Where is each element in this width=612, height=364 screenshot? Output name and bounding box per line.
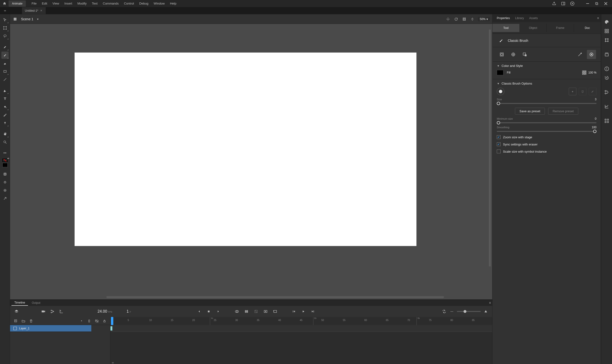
workspace-icon[interactable] (561, 1, 566, 6)
text-tool[interactable] (1, 95, 9, 102)
graph-icon[interactable] (603, 103, 610, 110)
delete-layer-icon[interactable] (29, 319, 33, 323)
panel-menu-icon[interactable]: ≡ (597, 16, 599, 20)
components-icon[interactable] (603, 117, 610, 124)
scale-symbol-checkbox[interactable]: Scale size with symbol instance (497, 150, 597, 153)
layer-row[interactable]: Layer_1 (10, 325, 91, 332)
visibility-icon[interactable] (95, 319, 99, 323)
layer-parenting-icon[interactable] (50, 309, 55, 314)
free-transform-tool[interactable] (1, 24, 9, 32)
history-icon[interactable] (603, 75, 610, 81)
menu-modify[interactable]: Modify (75, 0, 89, 7)
stop-icon[interactable] (206, 309, 211, 314)
home-icon[interactable] (1, 0, 8, 7)
smoothing-value[interactable]: 100 (592, 126, 597, 129)
pin-tool[interactable] (1, 119, 9, 127)
fit-zoom-icon[interactable] (470, 16, 475, 22)
assets-tab[interactable]: Assets (527, 15, 540, 21)
pen-tool[interactable] (1, 87, 9, 94)
new-layer-icon[interactable] (14, 319, 18, 323)
menu-window[interactable]: Window (151, 0, 167, 7)
marker-icon[interactable] (253, 309, 259, 314)
outline-layers-icon[interactable] (87, 319, 92, 323)
lasso-tool[interactable] (1, 32, 9, 40)
timeline-zoom-slider[interactable] (457, 311, 481, 312)
selection-tool[interactable] (1, 16, 9, 23)
frames-scrollbar[interactable] (110, 362, 492, 364)
object-drawing-toggle[interactable] (1, 170, 9, 178)
canvas-horizontal-scrollbar[interactable] (106, 296, 444, 298)
rectangle-tool[interactable] (1, 68, 9, 75)
section-header-brush[interactable]: ▾ Classic Brush Options (497, 82, 597, 85)
scene-dropdown-icon[interactable]: ▾ (37, 17, 39, 21)
pressure-toggle[interactable] (1, 187, 9, 194)
size-value[interactable]: 3 (595, 98, 597, 101)
edit-multiple-frames-icon[interactable] (244, 309, 249, 314)
close-button[interactable] (603, 1, 609, 6)
opacity-checker-icon[interactable] (582, 70, 586, 75)
smoothing-slider[interactable] (497, 131, 597, 132)
paint-bucket-tool[interactable] (1, 103, 9, 110)
delete-preset-icon[interactable] (579, 88, 586, 95)
current-frame-value[interactable]: 1 (127, 309, 129, 314)
eraser-tool[interactable] (1, 60, 9, 67)
min-size-slider[interactable] (497, 122, 597, 123)
frames-row[interactable] (110, 325, 492, 332)
classic-brush-tool[interactable] (1, 52, 9, 59)
transform-dock-icon[interactable] (603, 51, 610, 58)
subtab-frame[interactable]: Frame (547, 24, 574, 32)
section-header-color[interactable]: ▾ Color and Style (497, 64, 597, 68)
fill-color-swatch[interactable] (2, 163, 8, 167)
zoom-level-dropdown[interactable]: 50% ▾ (478, 17, 490, 21)
play-publish-icon[interactable] (570, 1, 575, 6)
brush-shape-preview[interactable] (497, 88, 504, 95)
menu-debug[interactable]: Debug (137, 0, 151, 7)
share-icon[interactable] (552, 1, 557, 6)
layer-stack-icon[interactable] (14, 309, 19, 314)
menu-view[interactable]: View (50, 0, 61, 7)
sync-eraser-checkbox[interactable]: Sync settings with eraser (497, 142, 597, 146)
menu-edit[interactable]: Edit (40, 0, 50, 7)
zoom-tool[interactable] (1, 139, 9, 146)
menu-help[interactable]: Help (168, 0, 179, 7)
new-folder-icon[interactable] (21, 319, 26, 323)
object-drawing-icon[interactable] (497, 50, 506, 59)
toolbar-collapse-icon[interactable] (0, 10, 10, 12)
color-palette-icon[interactable] (603, 19, 610, 25)
canvas-area[interactable] (10, 24, 492, 299)
lock-icon[interactable] (102, 319, 107, 323)
subtab-tool[interactable]: Tool (492, 24, 520, 32)
pressure-icon[interactable] (575, 50, 585, 59)
playhead[interactable] (111, 317, 113, 325)
eyedropper-tool[interactable] (1, 111, 9, 118)
menu-control[interactable]: Control (122, 0, 136, 7)
stage[interactable] (75, 52, 416, 246)
fluid-brush-tool[interactable] (1, 43, 9, 51)
brush-mode-toggle[interactable] (1, 179, 9, 186)
actions-icon[interactable] (603, 89, 610, 96)
line-tool[interactable] (1, 76, 9, 83)
app-name-button[interactable]: Animate (9, 0, 26, 7)
size-slider[interactable] (497, 103, 597, 104)
document-tab[interactable]: Untitled-1* ✕ (22, 7, 46, 14)
subtab-object[interactable]: Object (520, 24, 547, 32)
keyframe[interactable] (110, 326, 112, 331)
hand-tool[interactable] (1, 130, 9, 138)
zoom-with-stage-checkbox[interactable]: Zoom size with stage (497, 135, 597, 139)
tilt-icon[interactable] (587, 50, 596, 59)
fill-opacity-value[interactable]: 100 % (588, 71, 597, 74)
save-preset-button[interactable]: Save as preset (515, 108, 545, 115)
fill-color-picker[interactable] (497, 70, 503, 75)
minimize-button[interactable] (585, 1, 590, 6)
go-to-last-frame-icon[interactable] (216, 309, 221, 314)
layer-depth-icon[interactable] (59, 309, 64, 314)
maximize-button[interactable] (594, 1, 599, 6)
scene-title[interactable]: Scene 1 (21, 17, 33, 21)
fps-display[interactable]: 24.00 FPS (97, 309, 112, 314)
brush-mode-icon[interactable] (509, 50, 518, 59)
properties-tab[interactable]: Properties (494, 15, 512, 21)
output-tab[interactable]: Output (29, 300, 43, 305)
subtab-doc[interactable]: Doc (574, 24, 601, 32)
close-tab-icon[interactable]: ✕ (40, 9, 42, 12)
timeline-tab[interactable]: Timeline (12, 300, 28, 306)
